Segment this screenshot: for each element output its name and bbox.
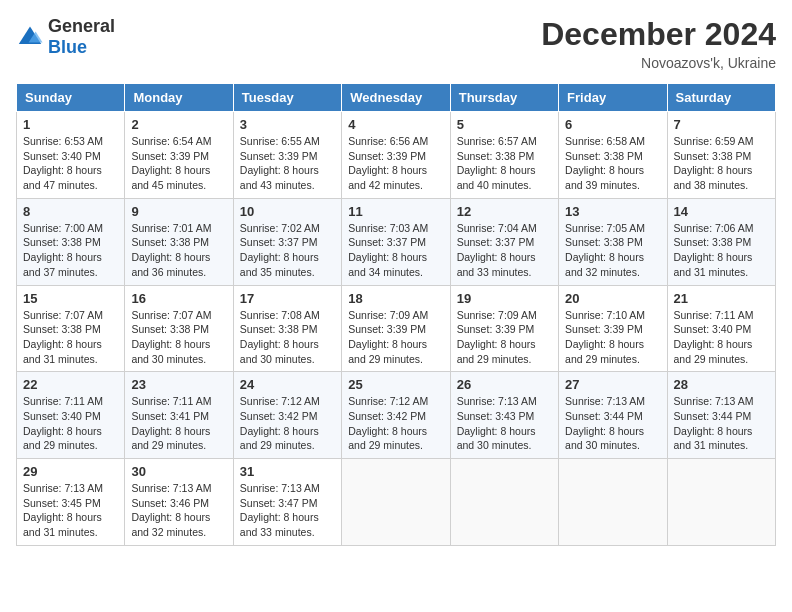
day-cell: 31 Sunrise: 7:13 AMSunset: 3:47 PMDaylig… [233, 459, 341, 546]
day-info: Sunrise: 7:04 AMSunset: 3:37 PMDaylight:… [457, 221, 552, 280]
logo: General Blue [16, 16, 115, 58]
day-number: 20 [565, 291, 660, 306]
col-tuesday: Tuesday [233, 84, 341, 112]
day-cell: 11 Sunrise: 7:03 AMSunset: 3:37 PMDaylig… [342, 198, 450, 285]
day-number: 7 [674, 117, 769, 132]
day-info: Sunrise: 6:54 AMSunset: 3:39 PMDaylight:… [131, 134, 226, 193]
day-cell: 6 Sunrise: 6:58 AMSunset: 3:38 PMDayligh… [559, 112, 667, 199]
day-number: 13 [565, 204, 660, 219]
day-number: 24 [240, 377, 335, 392]
day-number: 18 [348, 291, 443, 306]
col-thursday: Thursday [450, 84, 558, 112]
day-number: 1 [23, 117, 118, 132]
day-number: 23 [131, 377, 226, 392]
day-number: 5 [457, 117, 552, 132]
day-cell: 17 Sunrise: 7:08 AMSunset: 3:38 PMDaylig… [233, 285, 341, 372]
day-info: Sunrise: 6:59 AMSunset: 3:38 PMDaylight:… [674, 134, 769, 193]
day-info: Sunrise: 6:53 AMSunset: 3:40 PMDaylight:… [23, 134, 118, 193]
day-info: Sunrise: 7:10 AMSunset: 3:39 PMDaylight:… [565, 308, 660, 367]
day-cell: 19 Sunrise: 7:09 AMSunset: 3:39 PMDaylig… [450, 285, 558, 372]
col-friday: Friday [559, 84, 667, 112]
day-number: 29 [23, 464, 118, 479]
day-info: Sunrise: 7:13 AMSunset: 3:44 PMDaylight:… [674, 394, 769, 453]
day-info: Sunrise: 6:57 AMSunset: 3:38 PMDaylight:… [457, 134, 552, 193]
col-monday: Monday [125, 84, 233, 112]
calendar-table: Sunday Monday Tuesday Wednesday Thursday… [16, 83, 776, 546]
day-number: 2 [131, 117, 226, 132]
day-cell: 9 Sunrise: 7:01 AMSunset: 3:38 PMDayligh… [125, 198, 233, 285]
day-info: Sunrise: 7:09 AMSunset: 3:39 PMDaylight:… [348, 308, 443, 367]
week-row-5: 29 Sunrise: 7:13 AMSunset: 3:45 PMDaylig… [17, 459, 776, 546]
day-info: Sunrise: 6:55 AMSunset: 3:39 PMDaylight:… [240, 134, 335, 193]
day-cell [667, 459, 775, 546]
day-cell: 3 Sunrise: 6:55 AMSunset: 3:39 PMDayligh… [233, 112, 341, 199]
day-number: 30 [131, 464, 226, 479]
day-cell: 29 Sunrise: 7:13 AMSunset: 3:45 PMDaylig… [17, 459, 125, 546]
day-info: Sunrise: 7:11 AMSunset: 3:40 PMDaylight:… [674, 308, 769, 367]
day-cell [559, 459, 667, 546]
day-info: Sunrise: 7:13 AMSunset: 3:45 PMDaylight:… [23, 481, 118, 540]
day-info: Sunrise: 7:12 AMSunset: 3:42 PMDaylight:… [240, 394, 335, 453]
day-cell: 8 Sunrise: 7:00 AMSunset: 3:38 PMDayligh… [17, 198, 125, 285]
day-cell: 25 Sunrise: 7:12 AMSunset: 3:42 PMDaylig… [342, 372, 450, 459]
day-info: Sunrise: 7:06 AMSunset: 3:38 PMDaylight:… [674, 221, 769, 280]
day-number: 27 [565, 377, 660, 392]
day-cell: 23 Sunrise: 7:11 AMSunset: 3:41 PMDaylig… [125, 372, 233, 459]
day-number: 25 [348, 377, 443, 392]
week-row-1: 1 Sunrise: 6:53 AMSunset: 3:40 PMDayligh… [17, 112, 776, 199]
day-cell: 18 Sunrise: 7:09 AMSunset: 3:39 PMDaylig… [342, 285, 450, 372]
day-cell: 22 Sunrise: 7:11 AMSunset: 3:40 PMDaylig… [17, 372, 125, 459]
day-number: 22 [23, 377, 118, 392]
day-number: 26 [457, 377, 552, 392]
day-cell: 27 Sunrise: 7:13 AMSunset: 3:44 PMDaylig… [559, 372, 667, 459]
day-cell: 21 Sunrise: 7:11 AMSunset: 3:40 PMDaylig… [667, 285, 775, 372]
day-cell: 14 Sunrise: 7:06 AMSunset: 3:38 PMDaylig… [667, 198, 775, 285]
day-cell: 30 Sunrise: 7:13 AMSunset: 3:46 PMDaylig… [125, 459, 233, 546]
day-cell: 13 Sunrise: 7:05 AMSunset: 3:38 PMDaylig… [559, 198, 667, 285]
day-cell: 10 Sunrise: 7:02 AMSunset: 3:37 PMDaylig… [233, 198, 341, 285]
col-saturday: Saturday [667, 84, 775, 112]
day-number: 16 [131, 291, 226, 306]
day-info: Sunrise: 7:13 AMSunset: 3:43 PMDaylight:… [457, 394, 552, 453]
day-cell [342, 459, 450, 546]
day-info: Sunrise: 7:13 AMSunset: 3:44 PMDaylight:… [565, 394, 660, 453]
day-number: 8 [23, 204, 118, 219]
day-cell: 2 Sunrise: 6:54 AMSunset: 3:39 PMDayligh… [125, 112, 233, 199]
calendar-header-row: Sunday Monday Tuesday Wednesday Thursday… [17, 84, 776, 112]
day-number: 14 [674, 204, 769, 219]
day-info: Sunrise: 7:13 AMSunset: 3:46 PMDaylight:… [131, 481, 226, 540]
day-info: Sunrise: 7:00 AMSunset: 3:38 PMDaylight:… [23, 221, 118, 280]
day-number: 19 [457, 291, 552, 306]
page-header: General Blue December 2024 Novoazovs'k, … [16, 16, 776, 71]
day-number: 15 [23, 291, 118, 306]
day-number: 21 [674, 291, 769, 306]
day-number: 17 [240, 291, 335, 306]
day-info: Sunrise: 7:03 AMSunset: 3:37 PMDaylight:… [348, 221, 443, 280]
col-wednesday: Wednesday [342, 84, 450, 112]
day-cell: 1 Sunrise: 6:53 AMSunset: 3:40 PMDayligh… [17, 112, 125, 199]
day-info: Sunrise: 6:58 AMSunset: 3:38 PMDaylight:… [565, 134, 660, 193]
day-cell: 26 Sunrise: 7:13 AMSunset: 3:43 PMDaylig… [450, 372, 558, 459]
day-number: 6 [565, 117, 660, 132]
day-number: 4 [348, 117, 443, 132]
day-info: Sunrise: 6:56 AMSunset: 3:39 PMDaylight:… [348, 134, 443, 193]
title-block: December 2024 Novoazovs'k, Ukraine [541, 16, 776, 71]
day-info: Sunrise: 7:07 AMSunset: 3:38 PMDaylight:… [131, 308, 226, 367]
day-info: Sunrise: 7:01 AMSunset: 3:38 PMDaylight:… [131, 221, 226, 280]
logo-text: General Blue [48, 16, 115, 58]
day-number: 28 [674, 377, 769, 392]
day-number: 9 [131, 204, 226, 219]
day-cell: 20 Sunrise: 7:10 AMSunset: 3:39 PMDaylig… [559, 285, 667, 372]
day-cell: 12 Sunrise: 7:04 AMSunset: 3:37 PMDaylig… [450, 198, 558, 285]
day-number: 31 [240, 464, 335, 479]
location-label: Novoazovs'k, Ukraine [541, 55, 776, 71]
day-cell: 15 Sunrise: 7:07 AMSunset: 3:38 PMDaylig… [17, 285, 125, 372]
day-info: Sunrise: 7:05 AMSunset: 3:38 PMDaylight:… [565, 221, 660, 280]
week-row-3: 15 Sunrise: 7:07 AMSunset: 3:38 PMDaylig… [17, 285, 776, 372]
col-sunday: Sunday [17, 84, 125, 112]
day-cell: 5 Sunrise: 6:57 AMSunset: 3:38 PMDayligh… [450, 112, 558, 199]
day-info: Sunrise: 7:12 AMSunset: 3:42 PMDaylight:… [348, 394, 443, 453]
day-number: 10 [240, 204, 335, 219]
day-number: 3 [240, 117, 335, 132]
day-info: Sunrise: 7:08 AMSunset: 3:38 PMDaylight:… [240, 308, 335, 367]
